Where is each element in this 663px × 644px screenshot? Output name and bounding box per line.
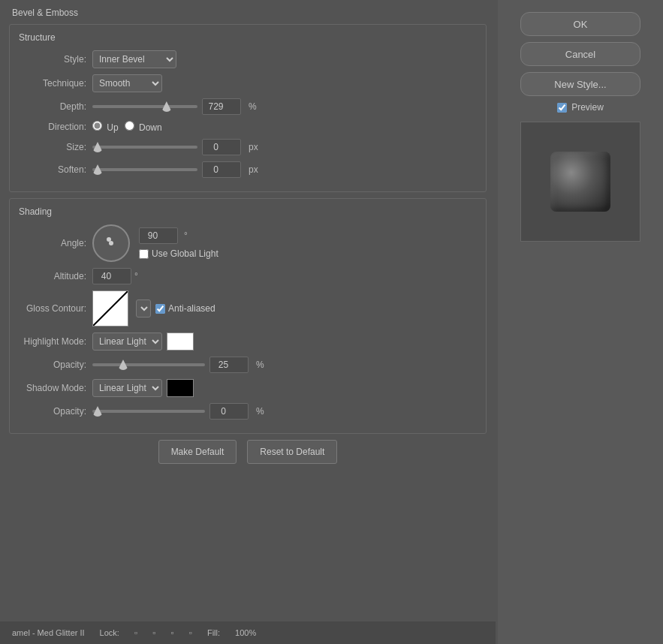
contour-dropdown[interactable]	[136, 299, 151, 317]
highlight-opacity-row: Opacity: %	[19, 357, 477, 373]
ok-button[interactable]: OK	[520, 12, 640, 36]
direction-down-label[interactable]: Down	[125, 121, 162, 133]
highlight-opacity-input[interactable]	[209, 357, 249, 373]
angle-unit: °	[184, 230, 188, 241]
lock-icon-4[interactable]: ▫	[189, 627, 192, 638]
altitude-row: Altitude: °	[19, 268, 477, 284]
shadow-opacity-row: Opacity: %	[19, 403, 477, 420]
panel-title: Bevel & Emboss	[12, 8, 487, 18]
shadow-opacity-input[interactable]	[209, 403, 249, 420]
shadow-color-swatch[interactable]	[167, 379, 194, 397]
shadow-mode-select[interactable]: Linear Light Normal Multiply Screen Over…	[92, 379, 162, 397]
preview-box	[520, 122, 640, 242]
direction-down-radio[interactable]	[125, 121, 134, 131]
soften-slider[interactable]	[92, 168, 197, 171]
shadow-opacity-slider[interactable]	[92, 410, 205, 413]
size-unit: px	[249, 142, 258, 152]
preview-label-row: Preview	[557, 102, 604, 113]
anti-aliased-checkbox[interactable]	[155, 304, 165, 314]
anti-aliased-text: Anti-aliased	[168, 303, 215, 314]
technique-label: Technique:	[19, 78, 86, 89]
technique-row: Technique: Smooth Chisel Hard Chisel Sof…	[19, 74, 477, 92]
lock-icon-2[interactable]: ▫	[152, 627, 155, 638]
size-slider-container: px	[92, 139, 258, 155]
angle-label: Angle:	[19, 238, 86, 248]
depth-slider-container: %	[92, 98, 257, 115]
direction-label: Direction:	[19, 122, 86, 132]
lock-label: Lock:	[100, 628, 119, 637]
new-style-button[interactable]: New Style...	[520, 72, 640, 96]
highlight-opacity-slider[interactable]	[92, 363, 205, 366]
fill-label: Fill:	[207, 628, 220, 637]
size-input[interactable]	[202, 139, 241, 155]
angle-value-row: °	[139, 227, 218, 244]
gloss-contour-label: Gloss Contour:	[19, 303, 86, 314]
angle-row: Angle: ° Use Global Light	[19, 224, 477, 262]
size-slider[interactable]	[92, 146, 197, 149]
shadow-mode-row: Shadow Mode: Linear Light Normal Multipl…	[19, 379, 477, 397]
right-panel: OK Cancel New Style... Preview	[498, 0, 663, 644]
preview-checkbox[interactable]	[557, 103, 567, 113]
contour-preview[interactable]	[92, 290, 128, 327]
angle-dot	[107, 237, 111, 242]
layer-name: amel - Med Glitter II	[12, 628, 85, 637]
highlight-mode-select[interactable]: Linear Light Normal Multiply Screen Over…	[92, 333, 162, 351]
depth-label: Depth:	[19, 101, 86, 112]
shading-label: Shading	[19, 206, 477, 217]
depth-slider[interactable]	[92, 105, 197, 108]
gloss-contour-row: Gloss Contour: Anti-aliased	[19, 290, 477, 327]
soften-row: Soften: px	[19, 161, 477, 178]
highlight-opacity-label: Opacity:	[19, 360, 86, 370]
soften-label: Soften:	[19, 164, 86, 175]
use-global-light-checkbox[interactable]	[139, 249, 149, 259]
style-row: Style: Inner Bevel Outer Bevel Emboss Pi…	[19, 50, 477, 68]
use-global-light-label[interactable]: Use Global Light	[139, 248, 218, 259]
soften-input[interactable]	[202, 161, 241, 178]
direction-up-radio[interactable]	[92, 121, 102, 131]
size-label: Size:	[19, 142, 86, 152]
depth-unit: %	[249, 101, 257, 112]
highlight-mode-label: Highlight Mode:	[19, 336, 86, 347]
soften-slider-container: px	[92, 161, 258, 178]
highlight-color-swatch[interactable]	[167, 333, 194, 351]
depth-input[interactable]	[202, 98, 241, 115]
angle-wheel[interactable]	[92, 224, 130, 262]
direction-up-text: Up	[107, 122, 118, 133]
altitude-input[interactable]	[92, 268, 131, 284]
altitude-label: Altitude:	[19, 271, 86, 281]
shadow-mode-label: Shadow Mode:	[19, 383, 86, 393]
soften-unit: px	[249, 164, 258, 175]
cancel-button[interactable]: Cancel	[520, 42, 640, 66]
gloss-contour-controls: Anti-aliased	[92, 290, 215, 327]
direction-down-text: Down	[139, 122, 162, 133]
direction-options: Up Down	[92, 121, 162, 133]
highlight-opacity-unit: %	[256, 360, 264, 370]
highlight-opacity-slider-container: %	[92, 357, 264, 373]
contour-svg	[93, 291, 128, 326]
technique-select[interactable]: Smooth Chisel Hard Chisel Soft	[92, 74, 162, 92]
anti-aliased-label[interactable]: Anti-aliased	[155, 303, 215, 314]
preview-text: Preview	[571, 102, 604, 113]
direction-row: Direction: Up Down	[19, 121, 477, 133]
use-global-light-text: Use Global Light	[152, 248, 218, 259]
shading-section: Shading Angle: ° Use Global Light Altitu…	[9, 198, 487, 434]
shadow-opacity-unit: %	[256, 406, 264, 417]
lock-icon-3[interactable]: ▫	[170, 627, 173, 638]
action-buttons: Make Default Reset to Default	[9, 440, 487, 464]
make-default-button[interactable]: Make Default	[158, 440, 237, 464]
style-select[interactable]: Inner Bevel Outer Bevel Emboss Pillow Em…	[92, 50, 176, 68]
shadow-opacity-slider-container: %	[92, 403, 264, 420]
size-row: Size: px	[19, 139, 477, 155]
shadow-opacity-label: Opacity:	[19, 406, 86, 417]
angle-input[interactable]	[139, 227, 178, 244]
direction-up-label[interactable]: Up	[92, 121, 119, 133]
preview-shape	[550, 152, 610, 212]
style-label: Style:	[19, 54, 86, 65]
bottom-bar: amel - Med Glitter II Lock: ▫ ▫ ▫ ▫ Fill…	[0, 621, 496, 644]
lock-icon-1[interactable]: ▫	[134, 627, 137, 638]
structure-label: Structure	[19, 32, 477, 43]
reset-to-default-button[interactable]: Reset to Default	[247, 440, 337, 464]
fill-value: 100%	[235, 628, 256, 637]
altitude-unit: °	[134, 271, 138, 281]
main-panel: Bevel & Emboss Structure Style: Inner Be…	[0, 0, 496, 644]
